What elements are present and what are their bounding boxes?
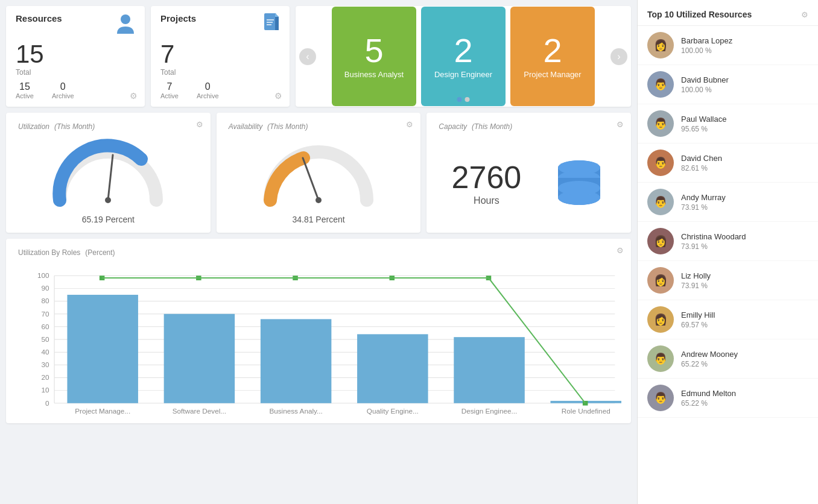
projects-active-lbl: Active	[160, 92, 179, 99]
capacity-hours-num: 2760	[452, 162, 522, 193]
resource-item: 👩 Christina Woodard 73.91 %	[638, 222, 818, 261]
sidebar-title: Top 10 Utilized Resources	[647, 10, 752, 19]
bar-label-4: Quality Engine...	[367, 408, 419, 415]
dashboard: Resources 15 Total 15 Active 0 Archive	[0, 0, 818, 504]
carousel-dot-1[interactable]	[457, 97, 462, 102]
resource-item: 👨 Edmund Melton 65.22 %	[638, 379, 818, 418]
projects-total-label: Total	[160, 68, 280, 77]
availability-gauge	[226, 131, 411, 212]
resource-avatar: 👨	[647, 150, 674, 176]
resource-name: Liz Holly	[681, 271, 711, 280]
resource-name: Edmund Melton	[681, 389, 736, 398]
chart-gear-icon[interactable]: ⚙	[617, 246, 624, 255]
resource-info: David Chen 82.61 %	[681, 154, 722, 172]
bar-label-5: Design Enginee...	[461, 408, 518, 415]
role-card: 2 Design Engineer	[421, 7, 506, 106]
svg-point-10	[315, 197, 322, 203]
availability-card: Availability (This Month) ⚙ 34.81	[217, 113, 421, 233]
resource-pct: 82.61 %	[681, 164, 722, 172]
resource-pct: 73.91 %	[681, 203, 726, 212]
resource-pct: 73.91 %	[681, 242, 746, 251]
svg-marker-3	[275, 13, 279, 17]
projects-active-stat: 7 Active	[160, 81, 179, 99]
resource-name: Barbara Lopez	[681, 36, 732, 45]
svg-text:50: 50	[41, 336, 49, 342]
projects-total-num: 7	[160, 42, 280, 67]
resource-name: David Bubner	[681, 75, 729, 84]
svg-rect-4	[267, 19, 274, 20]
carousel-dot-2[interactable]	[465, 97, 470, 102]
resources-active-lbl: Active	[16, 92, 34, 99]
projects-archive-val: 0	[197, 81, 219, 92]
projects-active-val: 7	[160, 81, 179, 92]
capacity-content: 2760 Hours	[436, 143, 621, 224]
svg-point-0	[121, 14, 130, 24]
sidebar-header: Top 10 Utilized Resources ⚙	[638, 6, 818, 26]
resource-info: Andrew Mooney 65.22 %	[681, 350, 738, 368]
resource-name: David Chen	[681, 154, 722, 163]
resource-item: 👨 Andy Murray 73.91 %	[638, 183, 818, 222]
carousel-dots	[457, 97, 470, 102]
bar-chart-svg: 0 10 20 30 40 50 60 70 80 90 100	[16, 264, 621, 415]
resource-item: 👩 Liz Holly 73.91 %	[638, 261, 818, 300]
file-icon	[263, 13, 280, 39]
svg-text:70: 70	[41, 310, 49, 317]
resource-item: 👨 Paul Wallace 95.65 %	[638, 104, 818, 143]
utilization-card: Utilization (This Month) ⚙ 65.19 P	[6, 113, 211, 233]
resource-info: David Bubner 100.00 %	[681, 75, 729, 94]
svg-rect-6	[267, 24, 271, 25]
availability-label: 34.81 Percent	[226, 215, 411, 224]
projects-gear-icon[interactable]: ⚙	[274, 91, 282, 101]
resource-info: Emilly Hill 69.57 %	[681, 310, 715, 329]
resource-list: 👩 Barbara Lopez 100.00 % 👨 David Bubner …	[638, 26, 818, 418]
resource-item: 👩 Emilly Hill 69.57 %	[638, 300, 818, 339]
carousel-cards: 5 Business Analyst 2 Design Engineer 2 P…	[320, 7, 607, 106]
svg-line-7	[108, 155, 113, 200]
svg-text:90: 90	[41, 285, 49, 292]
bar-label-1: Project Manage...	[75, 408, 130, 415]
carousel-next-button[interactable]: ›	[610, 48, 627, 65]
resource-avatar: 👩	[647, 32, 674, 58]
resources-archive-lbl: Archive	[52, 92, 74, 99]
sidebar-gear-icon[interactable]: ⚙	[801, 10, 808, 19]
resource-info: Andy Murray 73.91 %	[681, 193, 726, 212]
projects-card: Projects 7 Total 7 Active 0 Archive	[151, 6, 290, 107]
resource-name: Andy Murray	[681, 193, 726, 202]
sidebar: Top 10 Utilized Resources ⚙ 👩 Barbara Lo…	[637, 0, 818, 504]
bar-design-eng	[454, 337, 524, 403]
carousel-wrapper: ‹ 5 Business Analyst 2 Design Engineer 2…	[296, 6, 631, 107]
utilization-label: 65.19 Percent	[16, 215, 201, 224]
projects-title: Projects	[160, 13, 196, 24]
database-icon	[552, 156, 606, 212]
capacity-title: Capacity (This Month)	[436, 121, 621, 131]
resource-info: Edmund Melton 65.22 %	[681, 389, 736, 408]
availability-gear-icon[interactable]: ⚙	[406, 120, 413, 129]
projects-archive-stat: 0 Archive	[197, 81, 219, 99]
resources-archive-stat: 0 Archive	[52, 81, 74, 99]
role-num: 2	[454, 34, 472, 68]
resources-total-num: 15	[16, 42, 135, 67]
svg-text:0: 0	[45, 400, 49, 406]
chart-title: Utilization By Roles (Percent)	[16, 247, 621, 257]
svg-text:30: 30	[41, 362, 49, 368]
utilization-title: Utilization (This Month)	[16, 121, 201, 131]
chart-section: Utilization By Roles (Percent) ⚙	[6, 239, 631, 423]
resource-item: 👨 David Bubner 100.00 %	[638, 65, 818, 104]
capacity-gear-icon[interactable]: ⚙	[617, 120, 624, 129]
role-card: 5 Business Analyst	[332, 7, 416, 106]
resource-avatar: 👨	[647, 71, 674, 98]
carousel-prev-button[interactable]: ‹	[299, 48, 316, 65]
resource-pct: 100.00 %	[681, 86, 729, 94]
svg-text:20: 20	[41, 374, 49, 381]
resource-pct: 65.22 %	[681, 360, 738, 368]
bar-quality-eng	[357, 334, 428, 403]
utilization-gear-icon[interactable]: ⚙	[196, 120, 203, 129]
resources-title: Resources	[16, 13, 62, 24]
resources-gear-icon[interactable]: ⚙	[130, 91, 138, 101]
resource-name: Andrew Mooney	[681, 350, 738, 359]
resources-archive-val: 0	[52, 81, 74, 92]
resource-name: Paul Wallace	[681, 115, 726, 124]
top-row: Resources 15 Total 15 Active 0 Archive	[6, 6, 631, 107]
svg-point-18	[558, 181, 600, 195]
availability-title: Availability (This Month)	[226, 121, 411, 131]
